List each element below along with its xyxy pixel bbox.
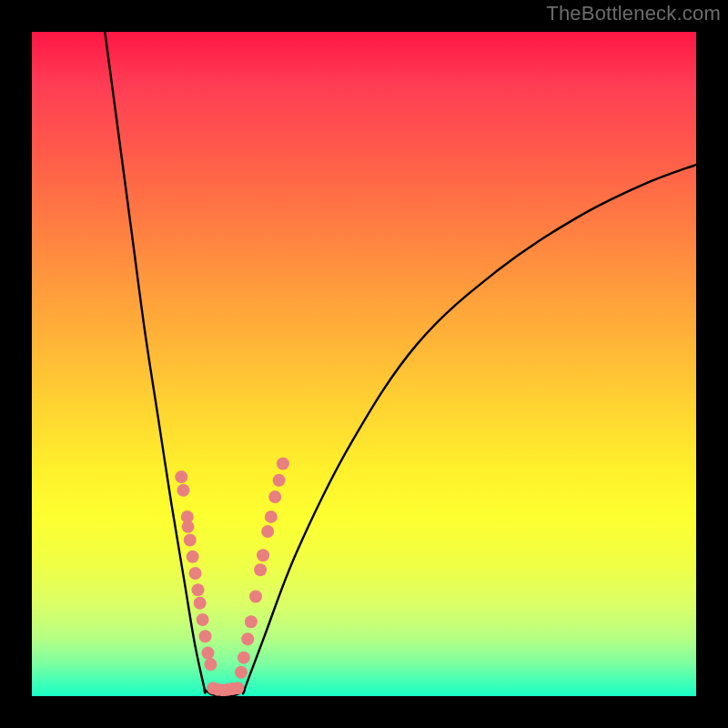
data-marker <box>235 666 248 679</box>
data-marker <box>192 583 205 596</box>
data-marker <box>238 652 250 664</box>
watermark-text: TheBottleneck.com <box>546 2 721 25</box>
data-marker <box>204 658 217 671</box>
data-marker <box>197 613 209 626</box>
bottleneck-curve <box>105 32 696 696</box>
chart-plot-area <box>32 32 696 696</box>
data-marker <box>273 474 286 487</box>
data-marker <box>241 632 254 645</box>
data-marker <box>189 567 202 580</box>
data-marker <box>277 458 289 470</box>
data-marker <box>261 525 274 538</box>
data-marker <box>184 533 197 546</box>
chart-svg <box>32 32 696 696</box>
data-marker <box>175 470 187 483</box>
data-marker <box>187 551 199 563</box>
marker-group <box>175 458 289 697</box>
curve-group <box>105 32 696 696</box>
data-marker <box>182 521 195 533</box>
data-marker <box>245 615 258 628</box>
data-marker <box>254 563 267 576</box>
data-marker <box>257 549 269 561</box>
chart-frame: TheBottleneck.com <box>0 0 728 728</box>
data-marker <box>177 484 189 497</box>
data-marker <box>249 591 262 603</box>
data-marker <box>265 511 278 523</box>
data-marker <box>268 490 281 503</box>
data-marker <box>194 597 207 610</box>
data-marker <box>231 682 244 694</box>
data-marker <box>201 647 214 660</box>
data-marker <box>199 630 212 642</box>
